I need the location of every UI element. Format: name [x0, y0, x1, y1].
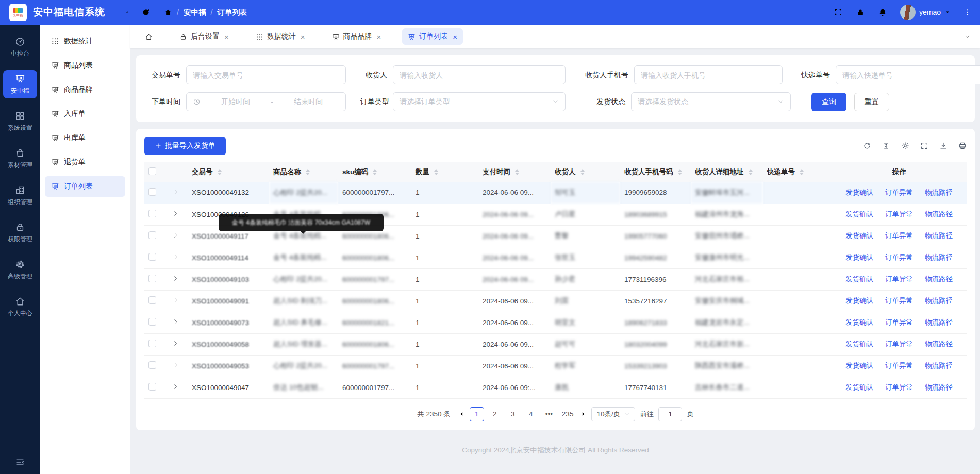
action-link-0[interactable]: 发货确认 [840, 231, 879, 241]
expand-row-icon[interactable] [172, 340, 179, 347]
sidebar-item-data-stats[interactable]: 数据统计 [45, 31, 125, 52]
action-link-0[interactable]: 发货确认 [840, 253, 879, 262]
next-page-icon[interactable] [580, 411, 587, 417]
action-link-0[interactable]: 发货确认 [840, 361, 879, 370]
page-number-2[interactable]: 2 [488, 407, 502, 421]
goto-page-input[interactable] [658, 407, 682, 421]
row-checkbox[interactable] [148, 275, 156, 282]
rail-item-profile[interactable]: 个人中心 [3, 293, 37, 321]
tab-product-brand[interactable]: 商品品牌× [326, 28, 387, 45]
action-link-0[interactable]: 发货确认 [840, 318, 879, 327]
action-link-1[interactable]: 订单异常 [879, 318, 919, 327]
action-link-2[interactable]: 物流路径 [919, 383, 958, 392]
row-checkbox[interactable] [148, 188, 156, 196]
tab-backend-settings[interactable]: 后台设置× [174, 28, 235, 45]
sidebar-item-returns[interactable]: 退货单 [45, 152, 125, 173]
expand-row-icon[interactable] [172, 383, 179, 390]
action-link-2[interactable]: 物流路径 [919, 231, 958, 241]
page-number-3[interactable]: 3 [506, 407, 520, 421]
expand-row-icon[interactable] [172, 362, 179, 368]
action-link-0[interactable]: 发货确认 [840, 340, 879, 349]
action-link-1[interactable]: 订单异常 [879, 188, 919, 197]
gear-icon[interactable] [901, 142, 909, 150]
menu-collapse-icon[interactable] [120, 8, 129, 17]
action-link-0[interactable]: 发货确认 [840, 188, 879, 197]
prev-page-icon[interactable] [458, 411, 465, 417]
download-icon[interactable] [939, 142, 948, 150]
pages-ellipsis[interactable]: ••• [542, 407, 556, 421]
action-link-2[interactable]: 物流路径 [919, 210, 958, 219]
expand-row-icon[interactable] [172, 275, 179, 282]
receiver-phone-input[interactable] [634, 65, 783, 84]
sort-icon[interactable] [373, 169, 377, 175]
action-link-2[interactable]: 物流路径 [919, 340, 958, 349]
sort-icon[interactable] [580, 169, 585, 175]
user-menu[interactable]: yemao [900, 5, 951, 20]
action-link-1[interactable]: 订单异常 [879, 296, 919, 306]
rail-item-material[interactable]: 素材管理 [3, 144, 37, 173]
action-link-1[interactable]: 订单异常 [879, 275, 919, 284]
expand-row-icon[interactable] [172, 297, 179, 303]
tab-list-chevron-icon[interactable] [964, 33, 971, 40]
expand-row-icon[interactable] [172, 189, 179, 195]
tab-home[interactable] [139, 29, 158, 44]
row-checkbox[interactable] [148, 361, 156, 369]
trade-no-input[interactable] [186, 65, 346, 84]
action-link-2[interactable]: 物流路径 [919, 188, 958, 197]
ship-status-select[interactable]: 请选择发货状态 [631, 92, 791, 111]
rail-item-anzhongfu[interactable]: 安中福 [3, 70, 37, 98]
sidebar-item-outbound[interactable]: 出库单 [45, 128, 125, 148]
sort-icon[interactable] [306, 169, 310, 175]
expand-row-icon[interactable] [172, 318, 179, 325]
action-link-1[interactable]: 订单异常 [879, 253, 919, 262]
action-link-0[interactable]: 发货确认 [840, 210, 879, 219]
row-checkbox[interactable] [148, 340, 156, 347]
action-link-2[interactable]: 物流路径 [919, 318, 958, 327]
breadcrumb-section[interactable]: 安中福 [184, 8, 206, 18]
order-type-select[interactable]: 请选择订单类型 [393, 92, 566, 111]
action-link-2[interactable]: 物流路径 [919, 296, 958, 306]
page-size-select[interactable]: 10条/页 [591, 407, 635, 421]
refresh-icon[interactable] [863, 142, 871, 150]
notification-bell-icon[interactable] [878, 8, 887, 17]
row-checkbox[interactable] [148, 253, 156, 261]
action-link-1[interactable]: 订单异常 [879, 383, 919, 392]
tab-close-icon[interactable]: × [453, 33, 457, 41]
sidebar-item-inbound[interactable]: 入库单 [45, 104, 125, 124]
tab-close-icon[interactable]: × [224, 33, 229, 41]
express-no-input[interactable] [836, 65, 980, 84]
action-link-0[interactable]: 发货确认 [840, 383, 879, 392]
sort-icon[interactable] [678, 169, 682, 175]
batch-import-button[interactable]: 批量导入发货单 [144, 137, 226, 155]
rail-item-console[interactable]: 中控台 [3, 33, 37, 61]
rail-item-advanced[interactable]: 高级管理 [3, 256, 37, 284]
expand-row-icon[interactable] [172, 253, 179, 260]
sort-icon[interactable] [218, 169, 222, 175]
more-options-icon[interactable] [964, 8, 972, 17]
rail-item-organization[interactable]: 组织管理 [3, 181, 37, 210]
action-link-1[interactable]: 订单异常 [879, 210, 919, 219]
sidebar-collapse-icon[interactable] [15, 458, 25, 467]
lock-screen-icon[interactable] [856, 8, 865, 17]
row-checkbox[interactable] [148, 318, 156, 326]
tab-order-list[interactable]: 订单列表× [402, 28, 463, 45]
action-link-2[interactable]: 物流路径 [919, 253, 958, 262]
fullscreen-icon[interactable] [834, 8, 843, 17]
action-link-1[interactable]: 订单异常 [879, 231, 919, 241]
refresh-icon[interactable] [141, 8, 151, 17]
expand-row-icon[interactable] [172, 210, 179, 217]
receiver-input[interactable] [393, 65, 566, 84]
avatar[interactable] [900, 5, 916, 20]
sidebar-item-product-brand[interactable]: 商品品牌 [45, 79, 125, 100]
sort-icon[interactable] [515, 169, 519, 175]
tab-close-icon[interactable]: × [301, 33, 305, 41]
sidebar-item-product-list[interactable]: 商品列表 [45, 55, 125, 76]
rowheight-icon[interactable] [882, 142, 890, 150]
expand-row-icon[interactable] [172, 232, 179, 239]
row-checkbox[interactable] [148, 383, 156, 391]
sort-icon[interactable] [749, 169, 753, 175]
tab-data-stats[interactable]: 数据统计× [250, 28, 311, 45]
row-checkbox[interactable] [148, 210, 156, 217]
sidebar-item-order-list[interactable]: 订单列表 [45, 176, 125, 197]
tab-close-icon[interactable]: × [377, 33, 381, 41]
